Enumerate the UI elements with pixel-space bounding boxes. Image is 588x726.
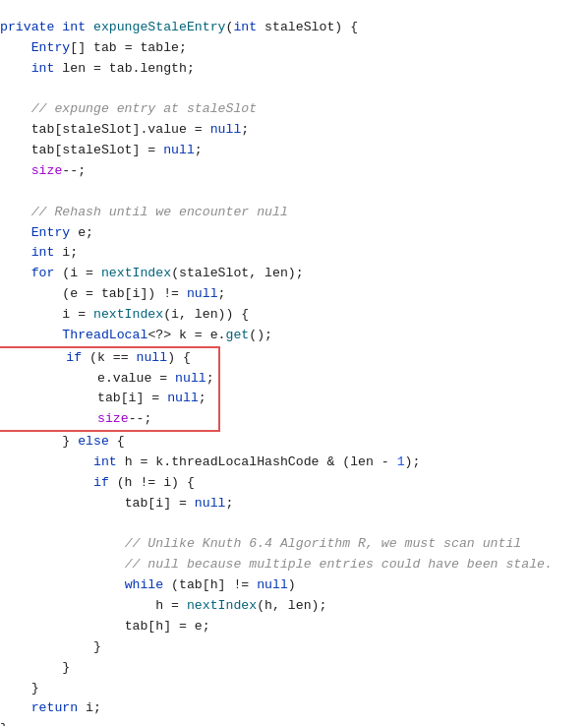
code-line: if (k == null) { xyxy=(4,348,214,369)
code-line: i = nextIndex(i, len)) { xyxy=(0,305,588,326)
code-line: size--; xyxy=(0,161,588,182)
code-line: tab[h] = e; xyxy=(0,617,588,637)
code-line: } xyxy=(0,658,588,679)
code-line: // expunge entry at staleSlot xyxy=(0,99,588,120)
code-line: h = nextIndex(h, len); xyxy=(0,596,588,617)
code-line xyxy=(0,514,588,535)
code-line: (e = tab[i]) != null; xyxy=(0,284,588,305)
code-line xyxy=(0,182,588,203)
code-line: if (h != i) { xyxy=(0,473,588,494)
code-line: int len = tab.length; xyxy=(0,59,588,80)
code-line: int h = k.threadLocalHashCode & (len - 1… xyxy=(0,453,588,473)
code-line: ThreadLocal<?> k = e.get(); xyxy=(0,326,588,346)
code-line: int i; xyxy=(0,243,588,264)
code-line: while (tab[h] != null) xyxy=(0,575,588,596)
code-line: tab[staleSlot] = null; xyxy=(0,141,588,161)
code-line: // null because multiple entries could h… xyxy=(0,555,588,575)
code-line: } xyxy=(0,679,588,699)
code-viewer: private int expungeStaleEntry(int staleS… xyxy=(0,10,588,726)
code-line: } xyxy=(0,719,588,726)
code-line: size--; xyxy=(4,409,214,430)
code-line: // Unlike Knuth 6.4 Algorithm R, we must… xyxy=(0,534,588,555)
code-line: e.value = null; xyxy=(4,369,214,390)
code-line: return i; xyxy=(0,698,588,719)
code-line: } else { xyxy=(0,432,588,453)
code-line: tab[i] = null; xyxy=(4,389,214,409)
code-line: } xyxy=(0,637,588,658)
code-line: tab[staleSlot].value = null; xyxy=(0,120,588,141)
code-line: // Rehash until we encounter null xyxy=(0,203,588,223)
code-line: private int expungeStaleEntry(int staleS… xyxy=(0,18,588,38)
highlight-block: if (k == null) { e.value = null; tab[i] … xyxy=(0,346,220,432)
code-line: Entry[] tab = table; xyxy=(0,38,588,59)
code-line: Entry e; xyxy=(0,223,588,244)
code-line: for (i = nextIndex(staleSlot, len); xyxy=(0,264,588,284)
code-line xyxy=(0,80,588,100)
code-content: private int expungeStaleEntry(int staleS… xyxy=(0,10,588,726)
code-line: tab[i] = null; xyxy=(0,494,588,514)
